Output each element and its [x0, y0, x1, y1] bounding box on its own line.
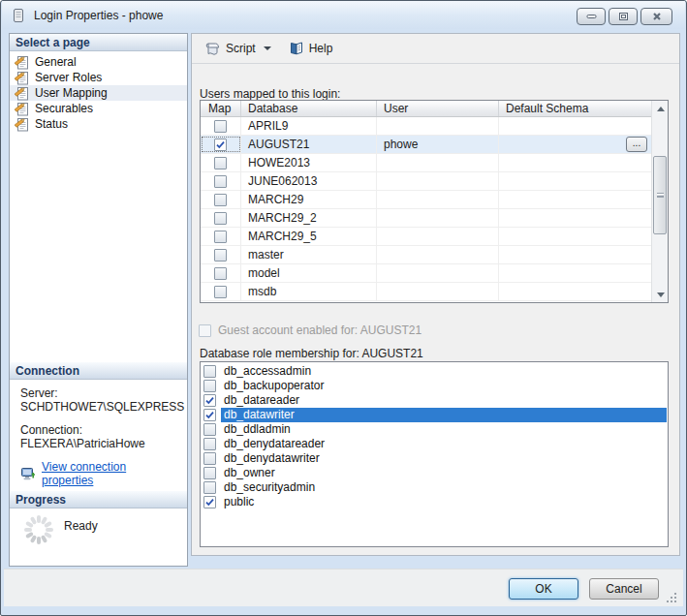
sidebar-item-general[interactable]: General: [10, 54, 187, 70]
map-checkbox[interactable]: [214, 194, 227, 206]
spinner-icon: [22, 513, 55, 546]
database-cell: MARCH29_5: [241, 228, 377, 245]
role-item-public[interactable]: public: [201, 495, 668, 509]
table-row[interactable]: JUNE062013: [201, 172, 651, 191]
table-row[interactable]: master: [201, 246, 651, 264]
chevron-down-icon[interactable]: [264, 46, 271, 50]
ok-button[interactable]: OK: [509, 578, 578, 600]
scrollbar-thumb[interactable]: [653, 156, 667, 234]
column-header-default-schema[interactable]: Default Schema: [499, 101, 651, 116]
column-header-map[interactable]: Map: [201, 101, 241, 116]
column-header-database[interactable]: Database: [241, 101, 377, 116]
role-item-db_owner[interactable]: db_owner: [201, 466, 668, 480]
connection-section: Server: SCHDTHOWE7\SQLEXPRESS Connection…: [10, 380, 187, 491]
user-cell: [377, 209, 499, 227]
vertical-scrollbar[interactable]: [651, 101, 668, 302]
titlebar[interactable]: Login Properties - phowe: [2, 1, 685, 29]
login-properties-dialog: Login Properties - phowe Select a page G…: [0, 0, 687, 616]
guest-account-label: Guest account enabled for: AUGUST21: [218, 323, 422, 337]
table-row[interactable]: HOWE2013: [201, 154, 651, 172]
map-checkbox[interactable]: [214, 157, 227, 169]
user-cell: [377, 283, 499, 300]
map-checkbox[interactable]: [214, 120, 227, 133]
sidebar-item-securables[interactable]: Securables: [10, 101, 187, 116]
default-schema-cell: [499, 283, 651, 300]
role-item-db_backupoperator[interactable]: db_backupoperator: [201, 379, 668, 393]
role-item-db_datareader[interactable]: db_datareader: [201, 393, 668, 408]
table-row[interactable]: APRIL9: [201, 117, 651, 136]
table-row[interactable]: MARCH29: [201, 191, 651, 209]
role-checkbox[interactable]: [203, 496, 216, 508]
users-mapped-label: Users mapped to this login:: [200, 87, 340, 101]
page-icon: [15, 85, 30, 101]
table-body: APRIL9AUGUST21phowe...HOWE2013JUNE062013…: [201, 117, 651, 301]
map-checkbox[interactable]: [214, 231, 227, 243]
role-checkbox[interactable]: [203, 394, 216, 407]
users-mapped-table: Map Database User Default Schema APRIL9A…: [200, 100, 669, 303]
map-cell: [201, 117, 241, 135]
map-checkbox[interactable]: [214, 175, 227, 188]
minimize-button[interactable]: [577, 8, 606, 25]
table-row[interactable]: MARCH29_2: [201, 209, 651, 228]
sidebar-item-status[interactable]: Status: [10, 116, 187, 132]
role-item-db_accessadmin[interactable]: db_accessadmin: [201, 364, 668, 379]
scroll-up-arrow[interactable]: [652, 101, 669, 116]
role-item-db_denydatawriter[interactable]: db_denydatawriter: [201, 451, 668, 466]
role-checkbox[interactable]: [203, 365, 216, 378]
role-item-db_securityadmin[interactable]: db_securityadmin: [201, 480, 668, 495]
cancel-button[interactable]: Cancel: [589, 578, 659, 600]
sidebar-item-server-roles[interactable]: Server Roles: [10, 70, 187, 85]
role-label: db_backupoperator: [221, 379, 327, 393]
select-a-page-header: Select a page: [10, 34, 187, 51]
resize-grip[interactable]: [666, 592, 678, 604]
help-button[interactable]: Help: [285, 38, 337, 59]
database-cell: HOWE2013: [241, 154, 377, 171]
progress-header: Progress: [10, 491, 187, 508]
default-schema-cell: [499, 172, 651, 190]
column-header-user[interactable]: User: [377, 101, 499, 116]
window-title: Login Properties - phowe: [34, 9, 163, 22]
user-cell: phowe: [377, 136, 499, 153]
role-checkbox[interactable]: [203, 423, 216, 436]
default-schema-cell: [499, 154, 651, 171]
map-checkbox[interactable]: [214, 212, 227, 225]
map-checkbox[interactable]: [214, 139, 227, 151]
role-checkbox[interactable]: [203, 438, 216, 450]
table-row[interactable]: AUGUST21phowe...: [201, 136, 651, 154]
browse-ellipsis-button[interactable]: ...: [626, 137, 647, 152]
map-cell: [201, 228, 241, 245]
role-item-db_ddladmin[interactable]: db_ddladmin: [201, 422, 668, 437]
role-checkbox[interactable]: [203, 380, 216, 392]
script-button[interactable]: Script: [200, 38, 275, 59]
role-label: db_datareader: [221, 393, 302, 408]
role-checkbox[interactable]: [203, 481, 216, 494]
role-checkbox[interactable]: [203, 452, 216, 465]
database-cell: model: [241, 264, 377, 282]
help-label: Help: [309, 42, 333, 55]
sidebar-item-user-mapping[interactable]: User Mapping: [10, 85, 187, 101]
maximize-button[interactable]: [609, 8, 638, 25]
user-cell: [377, 172, 499, 190]
progress-section: Ready: [10, 508, 187, 566]
user-cell: [377, 264, 499, 282]
role-checkbox[interactable]: [203, 409, 216, 421]
user-cell: [377, 228, 499, 245]
default-schema-cell: [499, 117, 651, 135]
view-connection-properties-link[interactable]: View connection properties: [42, 460, 179, 487]
table-row[interactable]: model: [201, 264, 651, 283]
map-checkbox[interactable]: [214, 249, 227, 262]
scroll-down-arrow[interactable]: [652, 287, 669, 302]
role-item-db_datawriter[interactable]: db_datawriter: [201, 408, 668, 422]
map-cell: [201, 209, 241, 227]
toolbar: Script Help: [192, 34, 679, 64]
table-row[interactable]: MARCH29_5: [201, 228, 651, 246]
progress-status: Ready: [64, 519, 98, 533]
help-icon: [289, 41, 304, 56]
map-checkbox[interactable]: [214, 286, 227, 298]
role-checkbox[interactable]: [203, 467, 216, 479]
map-checkbox[interactable]: [214, 267, 227, 280]
table-row[interactable]: msdb: [201, 283, 651, 301]
default-schema-cell: [499, 246, 651, 263]
role-item-db_denydatareader[interactable]: db_denydatareader: [201, 437, 668, 451]
close-button[interactable]: [640, 8, 672, 25]
